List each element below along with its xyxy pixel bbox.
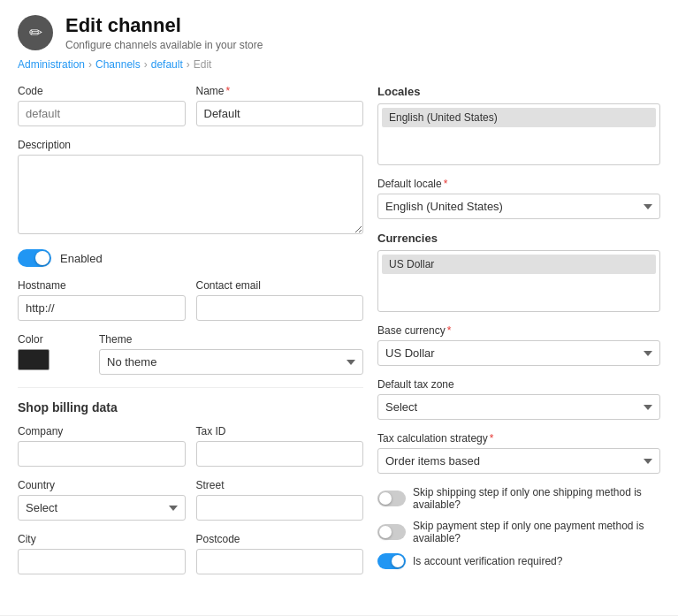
enabled-label: Enabled xyxy=(60,252,103,265)
city-input[interactable] xyxy=(18,549,186,574)
breadcrumb-channels[interactable]: Channels xyxy=(95,58,141,71)
color-theme-row: Color Theme No theme xyxy=(18,333,363,375)
base-currency-group: Base currency* US Dollar xyxy=(377,324,660,366)
taxid-input[interactable] xyxy=(196,441,364,467)
tax-calc-select[interactable]: Order items based xyxy=(377,448,660,474)
company-input[interactable] xyxy=(18,441,186,467)
description-input[interactable] xyxy=(18,155,363,234)
theme-select[interactable]: No theme xyxy=(99,349,363,375)
tax-calc-label: Tax calculation strategy* xyxy=(377,432,660,445)
company-taxid-row: Company Tax ID xyxy=(18,425,363,467)
description-label: Description xyxy=(18,139,363,151)
tax-calc-group: Tax calculation strategy* Order items ba… xyxy=(377,432,660,474)
currency-item: US Dollar xyxy=(382,255,656,274)
taxid-group: Tax ID xyxy=(196,425,364,467)
code-input[interactable] xyxy=(18,101,186,126)
tax-zone-select[interactable]: Select xyxy=(377,394,660,420)
postcode-input[interactable] xyxy=(196,549,364,574)
header-text: Edit channel Configure channels availabl… xyxy=(65,14,263,51)
default-locale-select[interactable]: English (United States) xyxy=(377,194,660,219)
default-locale-label: Default locale* xyxy=(377,178,660,190)
postcode-group: Postcode xyxy=(196,533,364,574)
skip-shipping-label: Skip shipping step if only one shipping … xyxy=(413,486,660,511)
right-panel: Locales English (United States) Default … xyxy=(377,85,660,587)
color-swatch[interactable] xyxy=(18,349,50,370)
city-group: City xyxy=(18,533,186,574)
currencies-title: Currencies xyxy=(377,232,660,245)
contact-email-group: Contact email xyxy=(196,279,364,321)
locale-list: English (United States) xyxy=(377,103,660,165)
hostname-group: Hostname xyxy=(18,279,186,321)
name-input[interactable] xyxy=(196,101,364,126)
enabled-row: Enabled xyxy=(18,249,363,267)
hostname-label: Hostname xyxy=(18,279,186,292)
breadcrumb: Administration › Channels › default › Ed… xyxy=(18,58,660,71)
main-content: Code Name* Description xyxy=(18,85,660,587)
breadcrumb-current: Edit xyxy=(194,58,212,71)
company-label: Company xyxy=(18,425,186,437)
code-name-row: Code Name* xyxy=(18,85,363,126)
postcode-label: Postcode xyxy=(196,533,364,545)
code-label: Code xyxy=(18,85,186,97)
currency-list: US Dollar xyxy=(377,250,660,312)
skip-payment-label: Skip payment step if only one payment me… xyxy=(413,520,660,544)
tax-zone-label: Default tax zone xyxy=(377,378,660,391)
default-locale-group: Default locale* English (United States) xyxy=(377,178,660,219)
color-label: Color xyxy=(18,333,88,346)
company-group: Company xyxy=(18,425,186,467)
skip-shipping-row: Skip shipping step if only one shipping … xyxy=(377,486,660,511)
enabled-toggle[interactable] xyxy=(18,249,51,267)
skip-payment-toggle[interactable] xyxy=(377,524,406,540)
taxid-label: Tax ID xyxy=(196,425,364,437)
billing-section-title: Shop billing data xyxy=(18,400,363,414)
country-label: Country xyxy=(18,479,186,491)
country-street-row: Country Select Street xyxy=(18,479,363,521)
color-group: Color xyxy=(18,333,88,375)
contact-email-label: Contact email xyxy=(196,279,364,292)
country-group: Country Select xyxy=(18,479,186,521)
hostname-input[interactable] xyxy=(18,295,186,321)
country-select[interactable]: Select xyxy=(18,495,186,521)
description-group: Description xyxy=(18,139,363,237)
page-header: ✏ Edit channel Configure channels availa… xyxy=(18,14,660,51)
account-verification-label: Is account verification required? xyxy=(413,555,562,567)
breadcrumb-default[interactable]: default xyxy=(151,58,183,71)
page-title: Edit channel xyxy=(65,14,263,37)
theme-group: Theme No theme xyxy=(99,333,363,375)
skip-payment-row: Skip payment step if only one payment me… xyxy=(377,520,660,544)
city-postcode-row: City Postcode xyxy=(18,533,363,574)
name-group: Name* xyxy=(196,85,364,126)
contact-email-input[interactable] xyxy=(196,295,364,321)
left-panel: Code Name* Description xyxy=(18,85,363,587)
tax-zone-group: Default tax zone Select xyxy=(377,378,660,420)
street-label: Street xyxy=(196,479,364,491)
page-icon: ✏ xyxy=(18,15,53,50)
skip-shipping-toggle[interactable] xyxy=(377,491,406,506)
locales-title: Locales xyxy=(377,85,660,98)
street-group: Street xyxy=(196,479,364,521)
locale-item: English (United States) xyxy=(382,108,656,127)
page-subtitle: Configure channels available in your sto… xyxy=(65,39,263,51)
account-verification-toggle[interactable] xyxy=(377,553,406,569)
base-currency-select[interactable]: US Dollar xyxy=(377,340,660,366)
name-label: Name* xyxy=(196,85,364,97)
base-currency-label: Base currency* xyxy=(377,324,660,337)
hostname-email-row: Hostname Contact email xyxy=(18,279,363,321)
theme-label: Theme xyxy=(99,333,363,346)
breadcrumb-admin[interactable]: Administration xyxy=(18,58,85,71)
street-input[interactable] xyxy=(196,495,364,521)
code-group: Code xyxy=(18,85,186,126)
account-verification-row: Is account verification required? xyxy=(377,553,660,569)
divider xyxy=(18,387,363,388)
city-label: City xyxy=(18,533,186,545)
